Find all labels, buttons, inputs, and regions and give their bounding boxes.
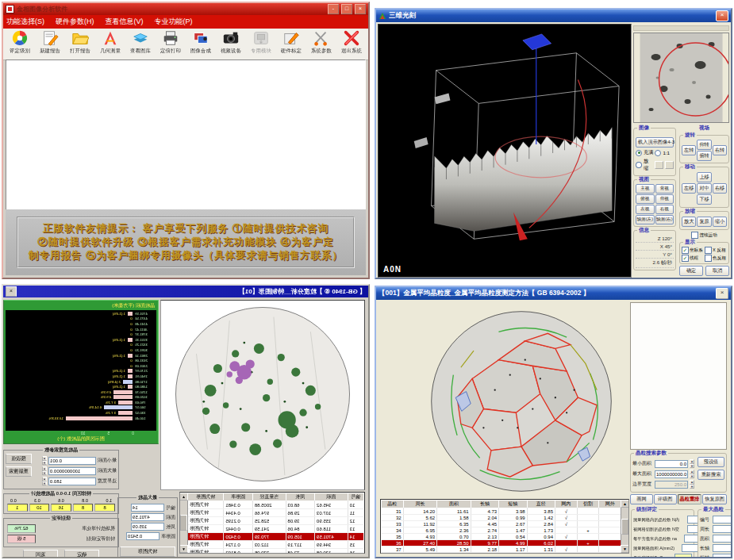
view-button[interactable]: 主视 bbox=[636, 184, 655, 194]
field-value[interactable]: 0.0 bbox=[655, 460, 688, 468]
to-graph-button[interactable]: 转为图形 bbox=[120, 547, 175, 557]
research-button[interactable]: 重新搜索 bbox=[6, 466, 32, 477]
view-button[interactable]: 左视 bbox=[636, 205, 655, 214]
table-row[interactable]: 10345.6268.032005.880.3481转为图形 bbox=[188, 501, 364, 509]
action-button[interactable]: 画网 bbox=[630, 494, 653, 504]
table-row[interactable]: 3627.4028.509.774.996.02+ bbox=[382, 540, 621, 547]
toolbar-camera-button[interactable]: 视频设备 bbox=[216, 29, 246, 55]
checkbox[interactable]: ✓ bbox=[682, 247, 689, 254]
table-row[interactable]: 325.621.582.040.991.42√ bbox=[382, 515, 621, 521]
field-value[interactable] bbox=[713, 544, 732, 552]
document-area[interactable] bbox=[6, 59, 366, 210]
menu-item[interactable]: 专业功能(P) bbox=[155, 17, 193, 27]
zoom-radio[interactable] bbox=[636, 162, 642, 168]
table-row[interactable]: 375.491.342.181.171.31√ bbox=[382, 547, 621, 553]
toolbar-calibrate-button[interactable]: 硬件标定 bbox=[276, 29, 306, 55]
zoom-reset-button[interactable]: 复原 bbox=[697, 217, 711, 227]
action-button[interactable]: 晶粒重排 bbox=[678, 494, 702, 504]
vertical-scrollbar[interactable]: ▲▼ bbox=[180, 493, 188, 553]
vertical-scrollbar[interactable]: ▲▼ bbox=[621, 500, 628, 553]
close-button[interactable]: × bbox=[716, 10, 728, 21]
toolbar-gallery-button[interactable]: 查看图库 bbox=[125, 29, 156, 55]
ok-button[interactable]: 确定 bbox=[679, 266, 703, 276]
close-button[interactable]: × bbox=[6, 286, 17, 297]
spinner[interactable]: ▲▼ bbox=[42, 477, 47, 485]
move-right-button[interactable]: 右移 bbox=[713, 183, 727, 194]
table-row[interactable]: 13118.6084.06241.590.0442转为图形 bbox=[188, 525, 364, 533]
field-value[interactable] bbox=[682, 544, 699, 552]
spinner[interactable]: ▲▼ bbox=[42, 466, 47, 475]
spinner[interactable]: ▲▼ bbox=[690, 480, 694, 489]
table-row[interactable]: 144701.59105.09770.390.5420转为图形 bbox=[188, 533, 364, 541]
table-row[interactable]: 12155.9039.08528.250.2195转为图形 bbox=[188, 517, 364, 525]
spinner[interactable]: ▲▼ bbox=[42, 456, 47, 465]
zoom-out-button[interactable]: 缩小 bbox=[713, 217, 727, 227]
field-value[interactable]: 1000000000.0 bbox=[48, 467, 96, 475]
table-row[interactable]: 3114.2011.614.733.983.85√ bbox=[382, 508, 621, 515]
view-button[interactable]: 轴测(右) bbox=[655, 215, 674, 224]
spinner[interactable]: ▲▼ bbox=[690, 459, 694, 468]
table-row[interactable]: 354.930.702.130.540.94√ bbox=[382, 534, 621, 540]
field-value[interactable] bbox=[713, 554, 732, 558]
research-button[interactable]: 重新搜索 bbox=[697, 470, 724, 480]
field-value[interactable]: 105.09 bbox=[131, 523, 164, 531]
toolbar-compose-button[interactable]: 图像合成 bbox=[186, 29, 216, 55]
close-button[interactable]: × bbox=[355, 4, 366, 14]
field-value[interactable]: 1000000000.0 bbox=[655, 470, 688, 478]
3d-viewport[interactable]: A0N bbox=[378, 24, 632, 278]
toolbar-tools-button[interactable]: 系统参数 bbox=[306, 29, 336, 55]
view-button[interactable]: 仰视 bbox=[655, 194, 674, 204]
field-value[interactable] bbox=[713, 535, 732, 543]
move-left-button[interactable]: 左移 bbox=[682, 183, 696, 194]
preset-button[interactable]: 预设值 bbox=[697, 457, 724, 467]
table-row[interactable]: 346.952.362.741.471.73+ bbox=[382, 527, 621, 534]
menu-item[interactable]: 硬件参数(H) bbox=[56, 17, 94, 27]
move-center-button[interactable]: 对中 bbox=[697, 183, 711, 194]
table-row[interactable]: 15344.99117.19112.030.1724转为图形 bbox=[188, 541, 364, 549]
field-value[interactable]: 250.0 bbox=[655, 481, 688, 489]
preset-button[interactable]: 预设值 bbox=[6, 454, 32, 464]
checkbox[interactable] bbox=[705, 247, 712, 254]
field-value[interactable] bbox=[713, 525, 732, 533]
ok-button[interactable]: 确定 bbox=[64, 550, 99, 558]
fill-radio[interactable] bbox=[636, 150, 642, 156]
toolbar-exit-button[interactable]: 退出系统 bbox=[336, 29, 367, 55]
field-value[interactable]: 180.0 bbox=[48, 478, 96, 485]
view-button[interactable]: 右视 bbox=[655, 205, 674, 214]
table-row[interactable]: 11107.0329.86974.660.4344转为图形 bbox=[188, 509, 364, 517]
rotate-down-button[interactable]: 俯转 bbox=[697, 151, 711, 161]
toolbar-new-report-button[interactable]: 新建报告 bbox=[35, 29, 65, 55]
table-row[interactable]: 16130.0872.48370.050.8102转为图形 bbox=[188, 549, 364, 554]
close-button[interactable]: × bbox=[716, 288, 728, 299]
toolbar-measure-button[interactable]: 几何测量 bbox=[95, 29, 125, 55]
table-row[interactable]: 3311.926.354.452.672.84√ bbox=[382, 521, 621, 527]
back-button[interactable]: 返回 bbox=[23, 550, 58, 558]
toolbar-module-button[interactable]: 专用模块 bbox=[246, 29, 276, 55]
zoom-minus-button[interactable] bbox=[655, 161, 663, 169]
action-button[interactable]: 评级图 bbox=[654, 494, 677, 504]
load-demo-image-button[interactable]: 载入演示图像4-3 bbox=[636, 137, 674, 148]
rotate-right-button[interactable]: 右转 bbox=[713, 145, 727, 155]
move-down-button[interactable]: 下移 bbox=[697, 194, 711, 205]
toolbar-palette-button[interactable]: 评定级别 bbox=[5, 29, 35, 55]
menu-item[interactable]: 查看信息(V) bbox=[106, 17, 144, 27]
zoom-plus-button[interactable] bbox=[665, 161, 674, 169]
rotate-up-button[interactable]: 仰转 bbox=[697, 140, 711, 150]
maximize-button[interactable]: □ bbox=[341, 4, 352, 14]
move-up-button[interactable]: 上移 bbox=[697, 172, 711, 182]
rotate-left-button[interactable]: 左转 bbox=[682, 145, 696, 155]
field-value[interactable] bbox=[674, 554, 692, 558]
checkbox[interactable]: ✓ bbox=[682, 255, 689, 262]
checkbox[interactable] bbox=[705, 255, 712, 262]
action-button[interactable]: 恢复原图 bbox=[702, 494, 727, 504]
field-value[interactable]: 4701.59 bbox=[131, 513, 164, 521]
table-row[interactable]: 385.952.042.371.341.61+ bbox=[382, 553, 621, 554]
view-button[interactable]: 轴测(左) bbox=[636, 215, 655, 224]
menu-item[interactable]: 功能选择(S) bbox=[6, 17, 44, 27]
field-value[interactable]: 14 bbox=[131, 504, 164, 512]
field-value[interactable]: 0.001 bbox=[48, 457, 96, 465]
view-button[interactable]: 俯视 bbox=[636, 194, 655, 204]
toolbar-open-folder-button[interactable]: 打开报告 bbox=[65, 29, 95, 55]
minimize-button[interactable]: - bbox=[328, 4, 339, 14]
field-value[interactable] bbox=[713, 516, 732, 524]
